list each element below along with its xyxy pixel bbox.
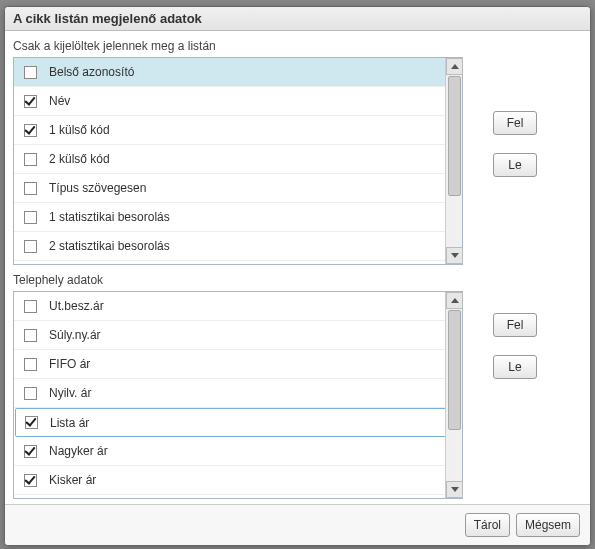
dialog-title: A cikk listán megjelenő adatok bbox=[5, 7, 590, 31]
scroll-thumb[interactable] bbox=[448, 76, 461, 196]
checkbox-icon[interactable] bbox=[24, 124, 37, 137]
checkbox-icon[interactable] bbox=[24, 182, 37, 195]
cancel-button[interactable]: Mégsem bbox=[516, 513, 580, 537]
checkbox-icon[interactable] bbox=[24, 153, 37, 166]
scroll-down-icon[interactable] bbox=[446, 481, 463, 498]
checkbox-icon[interactable] bbox=[25, 416, 38, 429]
chevron-down-icon bbox=[451, 253, 459, 258]
move-up-button[interactable]: Fel bbox=[493, 313, 537, 337]
section1-scrollbar[interactable] bbox=[445, 58, 462, 264]
checkbox-icon[interactable] bbox=[24, 211, 37, 224]
list-item-label: Súly.ny.ár bbox=[49, 328, 101, 342]
list-item[interactable]: 1 statisztikai besorolás bbox=[14, 203, 462, 232]
checkbox-icon[interactable] bbox=[24, 387, 37, 400]
checkbox-icon[interactable] bbox=[24, 240, 37, 253]
scroll-down-icon[interactable] bbox=[446, 247, 463, 264]
list-item[interactable]: Nagyker ár bbox=[14, 437, 462, 466]
list-item[interactable]: 1 külső kód bbox=[14, 116, 462, 145]
section1-row: Belső azonosítóNév1 külső kód2 külső kód… bbox=[13, 57, 582, 265]
list-item-label: Belső azonosító bbox=[49, 65, 134, 79]
list-item[interactable]: Név bbox=[14, 87, 462, 116]
list-item[interactable]: Súly.ny.ár bbox=[14, 321, 462, 350]
section1-side-buttons: Fel Le bbox=[493, 57, 537, 177]
checkbox-icon[interactable] bbox=[24, 300, 37, 313]
section2-row: Ut.besz.árSúly.ny.árFIFO árNyilv. árList… bbox=[13, 291, 582, 499]
list-item[interactable]: 2 statisztikai besorolás bbox=[14, 232, 462, 261]
scroll-thumb[interactable] bbox=[448, 310, 461, 430]
list-item-label: Típus szövegesen bbox=[49, 181, 146, 195]
section2-side-buttons: Fel Le bbox=[493, 291, 537, 379]
checkbox-icon[interactable] bbox=[24, 95, 37, 108]
move-down-button[interactable]: Le bbox=[493, 153, 537, 177]
scroll-up-icon[interactable] bbox=[446, 292, 463, 309]
move-down-button[interactable]: Le bbox=[493, 355, 537, 379]
chevron-down-icon bbox=[451, 487, 459, 492]
list-item-label: 1 statisztikai besorolás bbox=[49, 210, 170, 224]
section2-list[interactable]: Ut.besz.árSúly.ny.árFIFO árNyilv. árList… bbox=[14, 292, 462, 498]
list-item-label: 1 külső kód bbox=[49, 123, 110, 137]
section2-scrollbar[interactable] bbox=[445, 292, 462, 498]
checkbox-icon[interactable] bbox=[24, 358, 37, 371]
list-item-label: Név bbox=[49, 94, 70, 108]
list-item-label: Ut.besz.ár bbox=[49, 299, 104, 313]
checkbox-icon[interactable] bbox=[24, 474, 37, 487]
section2-label: Telephely adatok bbox=[13, 273, 582, 287]
section1-listbox: Belső azonosítóNév1 külső kód2 külső kód… bbox=[13, 57, 463, 265]
checkbox-icon[interactable] bbox=[24, 66, 37, 79]
list-item-label: Nyilv. ár bbox=[49, 386, 91, 400]
list-item-label: Lista ár bbox=[50, 416, 89, 430]
save-button[interactable]: Tárol bbox=[465, 513, 510, 537]
list-item[interactable]: FIFO ár bbox=[14, 350, 462, 379]
list-item-label: FIFO ár bbox=[49, 357, 90, 371]
checkbox-icon[interactable] bbox=[24, 329, 37, 342]
list-item-label: 2 külső kód bbox=[49, 152, 110, 166]
list-item-label: Kisker ár bbox=[49, 473, 96, 487]
move-up-button[interactable]: Fel bbox=[493, 111, 537, 135]
list-item[interactable]: Kisker ár bbox=[14, 466, 462, 495]
list-item[interactable]: Típus szövegesen bbox=[14, 174, 462, 203]
list-item[interactable]: Belső azonosító bbox=[14, 58, 462, 87]
dialog-footer: Tárol Mégsem bbox=[5, 504, 590, 545]
chevron-up-icon bbox=[451, 64, 459, 69]
checkbox-icon[interactable] bbox=[24, 445, 37, 458]
list-item[interactable]: 2 külső kód bbox=[14, 145, 462, 174]
dialog: A cikk listán megjelenő adatok Csak a ki… bbox=[4, 6, 591, 546]
section1-label: Csak a kijelöltek jelennek meg a listán bbox=[13, 39, 582, 53]
list-item[interactable]: Ut.besz.ár bbox=[14, 292, 462, 321]
list-item[interactable]: Lista ár bbox=[15, 408, 461, 437]
list-item[interactable]: Nyilv. ár bbox=[14, 379, 462, 408]
list-item-label: Nagyker ár bbox=[49, 444, 108, 458]
list-item-label: 2 statisztikai besorolás bbox=[49, 239, 170, 253]
scroll-up-icon[interactable] bbox=[446, 58, 463, 75]
dialog-content: Csak a kijelöltek jelennek meg a listán … bbox=[5, 31, 590, 504]
chevron-up-icon bbox=[451, 298, 459, 303]
section2-listbox: Ut.besz.árSúly.ny.árFIFO árNyilv. árList… bbox=[13, 291, 463, 499]
section1-list[interactable]: Belső azonosítóNév1 külső kód2 külső kód… bbox=[14, 58, 462, 264]
